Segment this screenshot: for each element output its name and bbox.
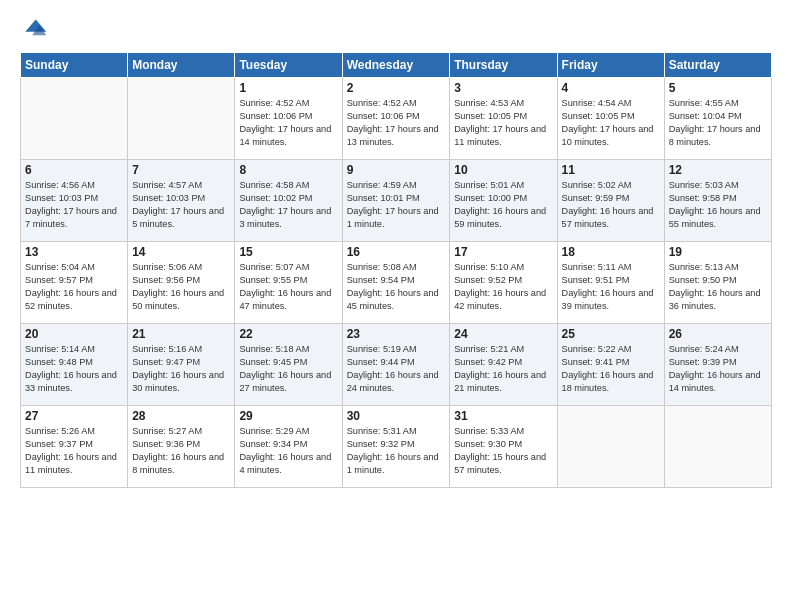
- day-info: Sunrise: 4:57 AMSunset: 10:03 PMDaylight…: [132, 179, 230, 231]
- day-cell-13: 13Sunrise: 5:04 AMSunset: 9:57 PMDayligh…: [21, 242, 128, 324]
- week-row-2: 6Sunrise: 4:56 AMSunset: 10:03 PMDayligh…: [21, 160, 772, 242]
- empty-cell: [557, 406, 664, 488]
- day-cell-17: 17Sunrise: 5:10 AMSunset: 9:52 PMDayligh…: [450, 242, 557, 324]
- day-number: 14: [132, 245, 230, 259]
- day-info: Sunrise: 4:54 AMSunset: 10:05 PMDaylight…: [562, 97, 660, 149]
- day-info: Sunrise: 5:27 AMSunset: 9:36 PMDaylight:…: [132, 425, 230, 477]
- weekday-monday: Monday: [128, 53, 235, 78]
- day-number: 4: [562, 81, 660, 95]
- day-cell-6: 6Sunrise: 4:56 AMSunset: 10:03 PMDayligh…: [21, 160, 128, 242]
- day-info: Sunrise: 5:29 AMSunset: 9:34 PMDaylight:…: [239, 425, 337, 477]
- day-info: Sunrise: 4:58 AMSunset: 10:02 PMDaylight…: [239, 179, 337, 231]
- day-cell-8: 8Sunrise: 4:58 AMSunset: 10:02 PMDayligh…: [235, 160, 342, 242]
- day-number: 11: [562, 163, 660, 177]
- day-number: 27: [25, 409, 123, 423]
- day-number: 24: [454, 327, 552, 341]
- day-number: 3: [454, 81, 552, 95]
- svg-marker-0: [25, 20, 46, 32]
- day-number: 1: [239, 81, 337, 95]
- day-cell-19: 19Sunrise: 5:13 AMSunset: 9:50 PMDayligh…: [664, 242, 771, 324]
- logo-icon: [20, 16, 48, 44]
- day-cell-20: 20Sunrise: 5:14 AMSunset: 9:48 PMDayligh…: [21, 324, 128, 406]
- weekday-saturday: Saturday: [664, 53, 771, 78]
- weekday-thursday: Thursday: [450, 53, 557, 78]
- day-number: 26: [669, 327, 767, 341]
- day-number: 31: [454, 409, 552, 423]
- day-info: Sunrise: 5:31 AMSunset: 9:32 PMDaylight:…: [347, 425, 446, 477]
- day-info: Sunrise: 5:07 AMSunset: 9:55 PMDaylight:…: [239, 261, 337, 313]
- day-info: Sunrise: 5:24 AMSunset: 9:39 PMDaylight:…: [669, 343, 767, 395]
- day-number: 8: [239, 163, 337, 177]
- day-cell-16: 16Sunrise: 5:08 AMSunset: 9:54 PMDayligh…: [342, 242, 450, 324]
- day-number: 5: [669, 81, 767, 95]
- weekday-friday: Friday: [557, 53, 664, 78]
- empty-cell: [128, 78, 235, 160]
- day-number: 23: [347, 327, 446, 341]
- day-cell-22: 22Sunrise: 5:18 AMSunset: 9:45 PMDayligh…: [235, 324, 342, 406]
- day-cell-30: 30Sunrise: 5:31 AMSunset: 9:32 PMDayligh…: [342, 406, 450, 488]
- week-row-3: 13Sunrise: 5:04 AMSunset: 9:57 PMDayligh…: [21, 242, 772, 324]
- header: [20, 16, 772, 44]
- day-cell-10: 10Sunrise: 5:01 AMSunset: 10:00 PMDaylig…: [450, 160, 557, 242]
- day-cell-31: 31Sunrise: 5:33 AMSunset: 9:30 PMDayligh…: [450, 406, 557, 488]
- day-cell-18: 18Sunrise: 5:11 AMSunset: 9:51 PMDayligh…: [557, 242, 664, 324]
- day-number: 16: [347, 245, 446, 259]
- day-cell-12: 12Sunrise: 5:03 AMSunset: 9:58 PMDayligh…: [664, 160, 771, 242]
- page: SundayMondayTuesdayWednesdayThursdayFrid…: [0, 0, 792, 612]
- week-row-4: 20Sunrise: 5:14 AMSunset: 9:48 PMDayligh…: [21, 324, 772, 406]
- calendar-table: SundayMondayTuesdayWednesdayThursdayFrid…: [20, 52, 772, 488]
- day-cell-26: 26Sunrise: 5:24 AMSunset: 9:39 PMDayligh…: [664, 324, 771, 406]
- day-cell-29: 29Sunrise: 5:29 AMSunset: 9:34 PMDayligh…: [235, 406, 342, 488]
- day-info: Sunrise: 5:14 AMSunset: 9:48 PMDaylight:…: [25, 343, 123, 395]
- day-info: Sunrise: 5:21 AMSunset: 9:42 PMDaylight:…: [454, 343, 552, 395]
- day-number: 13: [25, 245, 123, 259]
- day-cell-2: 2Sunrise: 4:52 AMSunset: 10:06 PMDayligh…: [342, 78, 450, 160]
- day-info: Sunrise: 5:33 AMSunset: 9:30 PMDaylight:…: [454, 425, 552, 477]
- day-info: Sunrise: 4:53 AMSunset: 10:05 PMDaylight…: [454, 97, 552, 149]
- day-number: 9: [347, 163, 446, 177]
- day-number: 22: [239, 327, 337, 341]
- day-cell-1: 1Sunrise: 4:52 AMSunset: 10:06 PMDayligh…: [235, 78, 342, 160]
- day-cell-14: 14Sunrise: 5:06 AMSunset: 9:56 PMDayligh…: [128, 242, 235, 324]
- day-number: 17: [454, 245, 552, 259]
- empty-cell: [21, 78, 128, 160]
- day-info: Sunrise: 4:55 AMSunset: 10:04 PMDaylight…: [669, 97, 767, 149]
- day-number: 10: [454, 163, 552, 177]
- day-number: 30: [347, 409, 446, 423]
- weekday-wednesday: Wednesday: [342, 53, 450, 78]
- day-info: Sunrise: 4:56 AMSunset: 10:03 PMDaylight…: [25, 179, 123, 231]
- logo: [20, 16, 52, 44]
- day-cell-25: 25Sunrise: 5:22 AMSunset: 9:41 PMDayligh…: [557, 324, 664, 406]
- day-number: 12: [669, 163, 767, 177]
- day-number: 2: [347, 81, 446, 95]
- day-info: Sunrise: 5:16 AMSunset: 9:47 PMDaylight:…: [132, 343, 230, 395]
- weekday-header-row: SundayMondayTuesdayWednesdayThursdayFrid…: [21, 53, 772, 78]
- day-cell-11: 11Sunrise: 5:02 AMSunset: 9:59 PMDayligh…: [557, 160, 664, 242]
- day-info: Sunrise: 5:19 AMSunset: 9:44 PMDaylight:…: [347, 343, 446, 395]
- day-info: Sunrise: 4:52 AMSunset: 10:06 PMDaylight…: [347, 97, 446, 149]
- day-number: 20: [25, 327, 123, 341]
- day-info: Sunrise: 5:22 AMSunset: 9:41 PMDaylight:…: [562, 343, 660, 395]
- day-number: 19: [669, 245, 767, 259]
- day-info: Sunrise: 5:11 AMSunset: 9:51 PMDaylight:…: [562, 261, 660, 313]
- day-number: 28: [132, 409, 230, 423]
- day-cell-23: 23Sunrise: 5:19 AMSunset: 9:44 PMDayligh…: [342, 324, 450, 406]
- day-cell-3: 3Sunrise: 4:53 AMSunset: 10:05 PMDayligh…: [450, 78, 557, 160]
- day-number: 7: [132, 163, 230, 177]
- day-cell-7: 7Sunrise: 4:57 AMSunset: 10:03 PMDayligh…: [128, 160, 235, 242]
- day-info: Sunrise: 5:02 AMSunset: 9:59 PMDaylight:…: [562, 179, 660, 231]
- day-cell-27: 27Sunrise: 5:26 AMSunset: 9:37 PMDayligh…: [21, 406, 128, 488]
- day-info: Sunrise: 4:59 AMSunset: 10:01 PMDaylight…: [347, 179, 446, 231]
- day-info: Sunrise: 5:18 AMSunset: 9:45 PMDaylight:…: [239, 343, 337, 395]
- day-info: Sunrise: 5:08 AMSunset: 9:54 PMDaylight:…: [347, 261, 446, 313]
- day-info: Sunrise: 5:04 AMSunset: 9:57 PMDaylight:…: [25, 261, 123, 313]
- day-number: 25: [562, 327, 660, 341]
- day-info: Sunrise: 5:13 AMSunset: 9:50 PMDaylight:…: [669, 261, 767, 313]
- day-cell-9: 9Sunrise: 4:59 AMSunset: 10:01 PMDayligh…: [342, 160, 450, 242]
- empty-cell: [664, 406, 771, 488]
- day-info: Sunrise: 5:03 AMSunset: 9:58 PMDaylight:…: [669, 179, 767, 231]
- day-number: 18: [562, 245, 660, 259]
- day-number: 21: [132, 327, 230, 341]
- day-cell-4: 4Sunrise: 4:54 AMSunset: 10:05 PMDayligh…: [557, 78, 664, 160]
- week-row-5: 27Sunrise: 5:26 AMSunset: 9:37 PMDayligh…: [21, 406, 772, 488]
